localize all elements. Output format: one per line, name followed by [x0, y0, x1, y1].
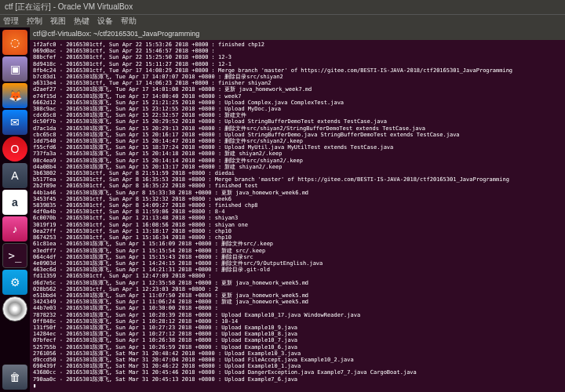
window-title: ctf [正在运行] - Oracle VM VirtualBox — [5, 2, 133, 13]
terminal-titlebar: ctf@ctf-VirtualBox: ~/ctf20165301_JavaPr… — [30, 27, 565, 40]
ubuntu-desktop: ◌ ▣ 🦊 ✉ O A a ♪ >_ ⚙ 🗑 ctf@ctf-VirtualBo… — [0, 27, 565, 392]
menu-help[interactable]: 帮助 — [121, 16, 137, 27]
firefox-icon[interactable]: 🦊 — [2, 83, 27, 108]
menu-manage[interactable]: 管理 — [3, 16, 19, 27]
vm-menubar: 管理 控制 视图 热键 设备 帮助 — [0, 14, 565, 27]
vm-titlebar: ctf [正在运行] - Oracle VM VirtualBox — [0, 0, 565, 14]
software-icon[interactable]: A — [2, 163, 27, 188]
trash-icon[interactable]: 🗑 — [2, 365, 27, 390]
dash-icon[interactable]: ◌ — [2, 30, 27, 55]
terminal-output[interactable]: 1f2afc0 - 20165301ctf, Sun Apr 22 15:53:… — [30, 40, 565, 390]
menu-hotkey[interactable]: 热键 — [74, 16, 89, 27]
menu-view[interactable]: 视图 — [50, 16, 66, 27]
terminal-title: ctf@ctf-VirtualBox: ~/ctf20165301_JavaPr… — [33, 30, 199, 38]
menu-device[interactable]: 设备 — [97, 16, 113, 27]
disc-icon[interactable] — [2, 296, 27, 321]
files-icon[interactable]: ▣ — [2, 56, 27, 82]
menu-control[interactable]: 控制 — [27, 16, 42, 27]
terminal-icon[interactable]: >_ — [2, 243, 27, 268]
settings-icon[interactable]: ⚙ — [2, 270, 27, 295]
terminal-window: ctf@ctf-VirtualBox: ~/ctf20165301_JavaPr… — [30, 27, 565, 392]
opera-icon[interactable]: O — [2, 136, 27, 162]
unity-launcher: ◌ ▣ 🦊 ✉ O A a ♪ >_ ⚙ 🗑 — [0, 27, 30, 392]
amazon-icon[interactable]: a — [2, 190, 27, 215]
thunderbird-icon[interactable]: ✉ — [2, 110, 27, 135]
music-icon[interactable]: ♪ — [2, 216, 27, 241]
